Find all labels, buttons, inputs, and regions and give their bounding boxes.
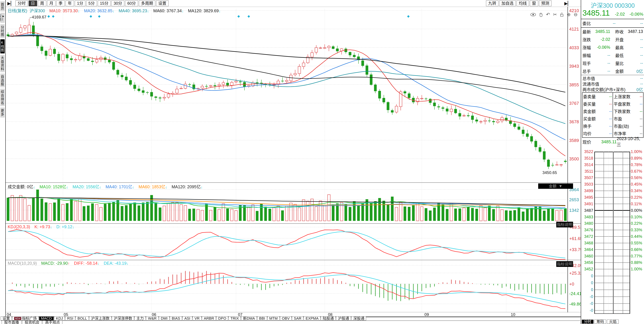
ma-value: MA40: 1701亿↓ bbox=[106, 185, 134, 189]
indicator-tab[interactable]: DMI bbox=[159, 316, 170, 320]
scissors-icon[interactable]: ✂ bbox=[553, 12, 557, 17]
indicator-help-button[interactable]: 指标说明 bbox=[556, 261, 573, 267]
tool-button[interactable]: 九转 bbox=[486, 1, 498, 6]
tool-button[interactable]: 加自选 bbox=[499, 1, 516, 6]
eye-icon[interactable] bbox=[530, 13, 536, 17]
stats-row: 买金额--市盈-- bbox=[582, 115, 643, 122]
ladder-pct-label: 0.22% bbox=[631, 221, 642, 226]
period-button[interactable]: 分时 bbox=[16, 1, 28, 6]
indicator-tab[interactable]: 沪深涨停数 bbox=[112, 316, 134, 320]
hand-drag-icon[interactable] bbox=[539, 12, 543, 17]
right-panel-tab[interactable]: 筹码 bbox=[594, 320, 606, 324]
kline-pane[interactable]: 日线(复权) 沪深300MA10: 3573.30↓MA20: 3632.85↓… bbox=[6, 7, 581, 183]
ladder-price-label: 3511 bbox=[582, 169, 593, 174]
content-tab[interactable]: 高手观点 bbox=[42, 320, 62, 324]
indicator-tab[interactable]: KDJ bbox=[54, 316, 65, 320]
event-diamond-icon[interactable]: ◆ bbox=[98, 14, 100, 18]
indicator-tab[interactable]: NEW指标广场 bbox=[12, 316, 38, 320]
ladder-sub-label: 0 bbox=[582, 280, 593, 285]
period-button[interactable]: 日 bbox=[29, 1, 37, 6]
indicator-tab[interactable]: 新DMA bbox=[241, 316, 257, 320]
kline-axis-label: 3943 bbox=[569, 64, 579, 69]
period-button[interactable]: 多周期 bbox=[139, 1, 155, 6]
sidebar-item[interactable]: 自选股 bbox=[0, 74, 5, 87]
sidebar-item[interactable]: 更多 bbox=[0, 107, 5, 118]
ladder-pct-label: 0.67% bbox=[631, 169, 642, 174]
indicator-tab[interactable]: ARBR bbox=[202, 316, 216, 320]
kline-canvas[interactable] bbox=[6, 7, 581, 183]
ma-value: MA120: 3829.69↓ bbox=[188, 9, 221, 13]
market-stats-box: 委卖量--上涨家数--委买量--平盘家数--卖金额--下跌家数--买金额--市盈… bbox=[582, 92, 644, 138]
sidebar-item[interactable]: K线图 bbox=[0, 39, 5, 53]
volume-mode-dropdown[interactable]: 金额 ▼ bbox=[538, 184, 573, 189]
indicator-help-button[interactable]: 指标说明 bbox=[556, 222, 573, 227]
zoom-in-icon[interactable]: ⊕ bbox=[567, 12, 570, 17]
indicator-tab[interactable]: SAR bbox=[292, 316, 303, 320]
macd-canvas[interactable] bbox=[6, 260, 581, 312]
sidebar-item[interactable]: 大盘资料 bbox=[0, 55, 5, 72]
event-diamond-icon[interactable]: ◆ bbox=[90, 14, 92, 18]
kdj-pane[interactable]: KDJ(20,3,3)K: +9.73↓D: +9.12↓ 指标说明 +89.5… bbox=[6, 223, 581, 260]
right-panel-tab[interactable]: 火焰 bbox=[607, 320, 619, 324]
tool-button[interactable]: 窗 bbox=[530, 1, 538, 6]
period-button[interactable]: 5分 bbox=[86, 1, 97, 6]
indicator-tab[interactable]: 设置 bbox=[1, 316, 12, 320]
indicator-tab[interactable]: BIAS bbox=[170, 316, 182, 320]
undo-icon[interactable]: ↶ bbox=[546, 12, 550, 17]
indicator-tab[interactable]: 深股通 bbox=[351, 316, 366, 320]
indicator-tab[interactable]: OBV bbox=[280, 316, 292, 320]
indicator-tab[interactable]: BOLL bbox=[76, 316, 89, 320]
indicator-tab[interactable]: TRIX bbox=[228, 316, 241, 320]
event-diamond-icon[interactable]: ◆ bbox=[248, 14, 250, 18]
kdj-canvas[interactable] bbox=[6, 224, 581, 260]
lock-icon[interactable] bbox=[560, 13, 564, 17]
tool-button[interactable]: 预测 bbox=[539, 1, 552, 6]
zoom-out-icon[interactable]: ⊖ bbox=[574, 12, 578, 17]
indicator-tab[interactable]: BBI bbox=[257, 316, 267, 320]
period-button[interactable]: 设置 bbox=[156, 1, 168, 6]
event-diamond-icon[interactable]: ◆ bbox=[407, 14, 410, 18]
stats-row: 换手--市盈(动)-- bbox=[582, 122, 643, 130]
content-tab[interactable]: 投资机会 bbox=[22, 320, 42, 324]
macd-pane[interactable]: MACD(10,20,9)MACD: -29.90↑DIFF: -58.14↓D… bbox=[6, 260, 581, 312]
collapse-right-icon[interactable]: ▶▏ bbox=[564, 1, 571, 6]
sidebar-item[interactable]: 分时图 bbox=[0, 24, 5, 38]
event-diamond-icon[interactable]: ◆ bbox=[237, 14, 240, 18]
indicator-tab[interactable]: W&R bbox=[146, 316, 158, 320]
indicator-tab[interactable]: ASI bbox=[182, 316, 192, 320]
date-label: 2023-10-25,三 bbox=[617, 136, 643, 147]
period-button[interactable]: 15分 bbox=[98, 1, 111, 6]
event-diamond-icon[interactable]: ◆ bbox=[48, 14, 50, 18]
indicator-tab[interactable]: MTM bbox=[268, 316, 280, 320]
sidebar-item[interactable]: ▶▏应用 bbox=[0, 13, 5, 23]
sidebar-item[interactable]: 综合排名 bbox=[0, 89, 5, 106]
ladder-grid-canvas bbox=[594, 152, 630, 314]
period-button[interactable]: 季 bbox=[56, 1, 65, 6]
period-button[interactable]: 月 bbox=[47, 1, 56, 6]
chart-area: 日线(复权) 沪深300MA10: 3573.30↓MA20: 3632.85↓… bbox=[6, 7, 581, 316]
indicator-tab[interactable]: 陆股通 bbox=[321, 316, 336, 320]
collapse-left-icon[interactable]: ▶▏ bbox=[8, 1, 14, 6]
indicator-tab[interactable]: MACD bbox=[39, 316, 54, 320]
volume-pane[interactable]: 成交金额: 0亿↓MA10: 1528亿↓MA20: 1556亿↓MA40: 1… bbox=[6, 183, 581, 224]
indicator-tab[interactable]: 沪股通 bbox=[336, 316, 351, 320]
right-panel-tab[interactable]: 分时 bbox=[582, 320, 594, 324]
indicator-tab[interactable]: 沪深上涨数 bbox=[89, 316, 111, 320]
event-diamond-icon[interactable]: ◆ bbox=[52, 14, 54, 18]
quote-row: 流通市值-- bbox=[581, 81, 644, 86]
tool-button[interactable]: 均线 bbox=[516, 1, 529, 6]
indicator-tab[interactable]: EXPMA bbox=[304, 316, 320, 320]
indicator-tab[interactable]: VR bbox=[193, 316, 202, 320]
content-tab[interactable]: 股市直播 bbox=[2, 320, 22, 324]
period-button[interactable]: 30分 bbox=[111, 1, 124, 6]
ladder-price-label: 3491 bbox=[582, 202, 593, 206]
period-button[interactable]: 年 bbox=[66, 1, 74, 6]
period-button[interactable]: 1分 bbox=[75, 1, 85, 6]
indicator-tab[interactable]: DPO bbox=[216, 316, 228, 320]
sidebar-item[interactable]: 首页 bbox=[0, 1, 5, 12]
macd-name: MACD(10,20,9) bbox=[8, 261, 37, 266]
indicator-tab[interactable]: 主力 bbox=[134, 316, 146, 320]
period-button[interactable]: 60分 bbox=[125, 1, 138, 6]
indicator-tab[interactable]: RSI bbox=[65, 316, 75, 320]
period-button[interactable]: 周 bbox=[38, 1, 46, 6]
